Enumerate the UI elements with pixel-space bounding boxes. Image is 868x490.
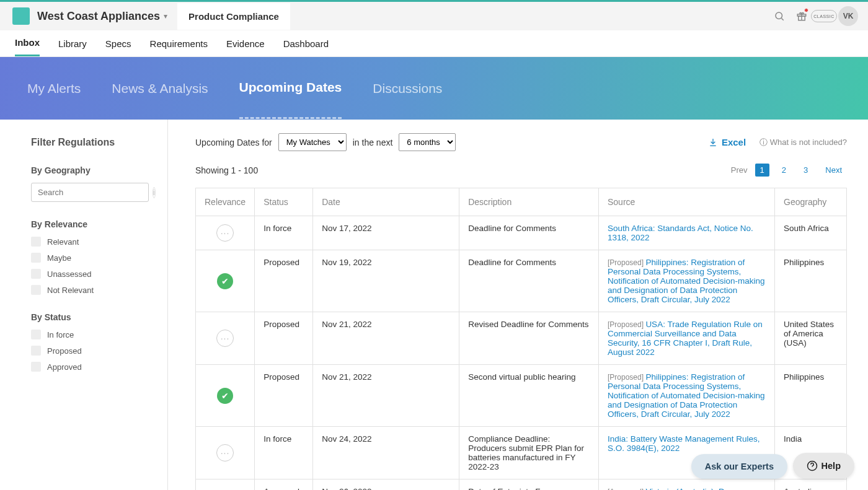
nav-item-specs[interactable]: Specs xyxy=(105,32,131,56)
org-logo[interactable] xyxy=(12,7,30,25)
product-tab[interactable]: Product Compliance xyxy=(177,3,290,30)
checkbox-icon xyxy=(31,285,41,295)
checkbox-icon xyxy=(31,237,41,247)
table-row: ···ProposedNov 21, 2022Revised Deadline … xyxy=(196,312,847,365)
cell-source: [Proposed] USA: Trade Regulation Rule on… xyxy=(599,312,775,365)
nav-item-library[interactable]: Library xyxy=(58,32,87,56)
info-icon[interactable]: i xyxy=(153,187,156,198)
help-button[interactable]: Help xyxy=(793,453,854,479)
source-status-tag: [Approved] xyxy=(608,488,645,490)
source-status-tag: [Proposed] xyxy=(608,320,645,329)
cell-description: Revised Deadline for Comments xyxy=(459,312,599,365)
nav-item-requirements[interactable]: Requirements xyxy=(150,32,208,56)
col-header-status[interactable]: Status xyxy=(255,188,313,216)
cell-description: Compliance Deadline: Producers submit EP… xyxy=(459,427,599,479)
user-avatar[interactable]: VK xyxy=(838,6,858,26)
export-excel-button[interactable]: Excel xyxy=(708,137,746,147)
ask-experts-button[interactable]: Ask our Experts xyxy=(691,454,787,479)
nav-bar: InboxLibrarySpecsRequirementsEvidenceDas… xyxy=(0,30,868,57)
relevance-menu-icon[interactable]: ··· xyxy=(216,224,234,242)
upcoming-dates-for-label: Upcoming Dates for xyxy=(195,138,272,147)
filter-status-proposed[interactable]: Proposed xyxy=(31,346,154,356)
pager-page-1[interactable]: 1 xyxy=(755,164,769,177)
filter-relevance-unassessed[interactable]: Unassessed xyxy=(31,269,154,279)
cell-date: Nov 26, 2022 xyxy=(313,479,459,491)
watch-select[interactable]: My Watches xyxy=(278,133,347,151)
main-content: Upcoming Dates for My Watches in the nex… xyxy=(168,120,868,490)
cell-geography: Philippines xyxy=(775,365,847,427)
relevance-menu-icon[interactable]: ··· xyxy=(216,330,234,347)
source-status-tag: [Proposed] xyxy=(608,258,645,267)
cell-geography: South Africa xyxy=(775,216,847,250)
col-header-relevance[interactable]: Relevance xyxy=(196,188,255,216)
cell-geography: Australia xyxy=(775,479,847,491)
pager-prev[interactable]: Prev xyxy=(731,165,748,175)
cell-status: In force xyxy=(255,427,313,479)
svg-line-1 xyxy=(781,18,783,20)
sidebar-title: Filter Regulations xyxy=(31,137,154,148)
source-status-tag: [Proposed] xyxy=(608,373,645,382)
what-not-included-link[interactable]: What is not included? xyxy=(760,137,847,148)
search-icon[interactable] xyxy=(770,7,789,25)
hero-tab-news-analysis[interactable]: News & Analysis xyxy=(112,59,208,118)
checkbox-icon xyxy=(31,330,41,339)
showing-count: Showing 1 - 100 xyxy=(195,165,258,175)
relevance-check-icon[interactable]: ✔ xyxy=(217,273,233,289)
filter-relevance-maybe[interactable]: Maybe xyxy=(31,253,154,263)
in-the-next-label: in the next xyxy=(353,138,393,147)
source-link[interactable]: South Africa: Standards Act, Notice No. … xyxy=(608,224,753,242)
source-link[interactable]: India: Battery Waste Management Rules, S… xyxy=(608,434,760,453)
filter-status-in-force[interactable]: In force xyxy=(31,330,154,339)
table-row: ···In forceNov 17, 2022Deadline for Comm… xyxy=(196,216,847,250)
cell-source: [Proposed] Philippines: Registration of … xyxy=(599,365,775,427)
hero-tab-my-alerts[interactable]: My Alerts xyxy=(27,59,81,118)
cell-date: Nov 17, 2022 xyxy=(313,216,459,250)
checkbox-icon xyxy=(31,346,41,356)
gift-icon[interactable] xyxy=(792,7,811,25)
cell-geography: Philippines xyxy=(775,250,847,312)
cell-description: Second virtual public hearing xyxy=(459,365,599,427)
table-row: ···ApprovedNov 26, 2022Date of Entry int… xyxy=(196,479,847,491)
top-bar: West Coast Appliances ▾ Product Complian… xyxy=(0,2,868,30)
cell-date: Nov 21, 2022 xyxy=(313,365,459,427)
col-header-date[interactable]: Date xyxy=(313,188,459,216)
org-chevron-down-icon[interactable]: ▾ xyxy=(164,12,167,20)
checkbox-icon xyxy=(31,269,41,279)
filter-section-status: By Status xyxy=(31,312,154,322)
cell-description: Deadline for Comments xyxy=(459,216,599,250)
filter-relevance-relevant[interactable]: Relevant xyxy=(31,237,154,247)
filter-relevance-not-relevant[interactable]: Not Relevant xyxy=(31,285,154,295)
relevance-menu-icon[interactable]: ··· xyxy=(216,444,234,462)
table-row: ✔ProposedNov 21, 2022Second virtual publ… xyxy=(196,365,847,427)
relevance-check-icon[interactable]: ✔ xyxy=(217,388,233,404)
col-header-description[interactable]: Description xyxy=(459,188,599,216)
cell-date: Nov 19, 2022 xyxy=(313,250,459,312)
pager-next[interactable]: Next xyxy=(820,164,847,177)
geography-search-input[interactable] xyxy=(31,183,149,202)
classic-toggle[interactable]: CLASSIC xyxy=(815,7,833,25)
nav-item-dashboard[interactable]: Dashboard xyxy=(283,32,329,56)
cell-status: Approved xyxy=(255,479,313,491)
pager-page-2[interactable]: 2 xyxy=(777,164,791,177)
org-name[interactable]: West Coast Appliances xyxy=(37,10,160,23)
notification-dot xyxy=(804,8,808,12)
cell-status: Proposed xyxy=(255,312,313,365)
upcoming-dates-table: RelevanceStatusDateDescriptionSourceGeog… xyxy=(195,188,847,490)
nav-item-inbox[interactable]: Inbox xyxy=(15,30,40,56)
filter-status-approved[interactable]: Approved xyxy=(31,362,154,372)
pager-page-3[interactable]: 3 xyxy=(799,164,813,177)
filter-section-geography: By Geography xyxy=(31,165,154,175)
cell-date: Nov 24, 2022 xyxy=(313,427,459,479)
col-header-geography[interactable]: Geography xyxy=(775,188,847,216)
cell-status: Proposed xyxy=(255,250,313,312)
checkbox-icon xyxy=(31,253,41,263)
hero-tab-upcoming-dates[interactable]: Upcoming Dates xyxy=(239,58,342,119)
filter-section-relevance: By Relevance xyxy=(31,219,154,229)
nav-item-evidence[interactable]: Evidence xyxy=(226,32,265,56)
hero-tab-discussions[interactable]: Discussions xyxy=(373,59,442,118)
filter-sidebar: Filter Regulations By Geography i By Rel… xyxy=(17,120,168,490)
cell-date: Nov 21, 2022 xyxy=(313,312,459,365)
col-header-source[interactable]: Source xyxy=(599,188,775,216)
cell-source: [Approved] Victoria (Australia): Dangero… xyxy=(599,479,775,491)
range-select[interactable]: 6 months xyxy=(399,133,456,151)
